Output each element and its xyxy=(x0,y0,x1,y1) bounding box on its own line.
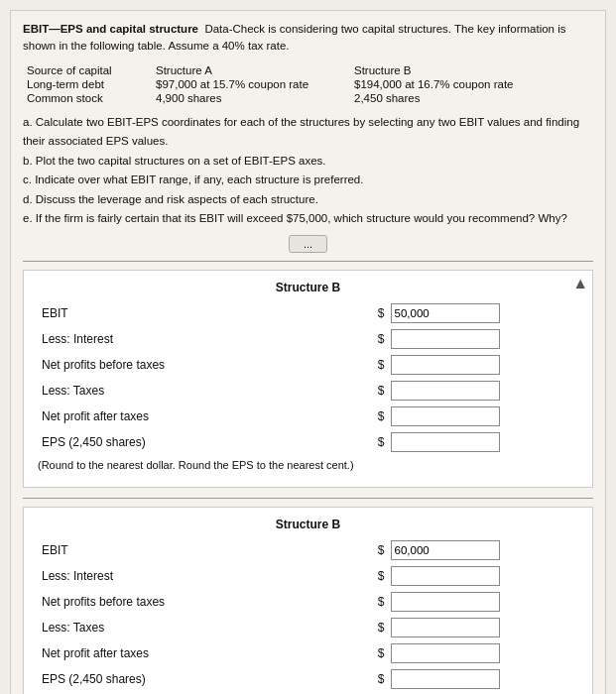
table-row: Less: Taxes $ xyxy=(38,378,578,404)
label-ebit-1: EBIT xyxy=(38,300,357,326)
header-text: EBIT—EPS and capital structure Data-Chec… xyxy=(23,21,593,56)
table-row: EPS (2,450 shares) $ xyxy=(38,666,578,692)
col1-header: Source of capital xyxy=(23,63,152,77)
row2-struct-a: 4,900 shares xyxy=(152,91,350,105)
row2-struct-b: 2,450 shares xyxy=(350,91,593,105)
section1-title: Structure B xyxy=(38,281,578,294)
net-before-1-input[interactable] xyxy=(391,355,500,375)
value-taxes-1 xyxy=(387,378,579,404)
net-before-2-input[interactable] xyxy=(391,592,500,612)
dollar-net-after-1: $ xyxy=(357,404,386,429)
label-eps-1: EPS (2,450 shares) xyxy=(38,429,357,455)
net-after-2-input[interactable] xyxy=(391,643,500,663)
eps-2-input[interactable] xyxy=(391,669,500,689)
question-b: b. Plot the two capital structures on a … xyxy=(23,152,593,172)
value-eps-1 xyxy=(387,429,579,455)
table-row: EBIT $ xyxy=(38,300,578,326)
dollar-interest-2: $ xyxy=(357,563,386,589)
col2-header: Structure A xyxy=(152,63,350,77)
info-table: Source of capital Structure A Structure … xyxy=(23,63,593,105)
table-row: Less: Interest $ xyxy=(38,563,578,589)
value-interest-1 xyxy=(387,326,579,352)
question-e: e. If the firm is fairly certain that it… xyxy=(23,209,593,229)
ebit-2-input[interactable] xyxy=(391,540,500,560)
section2-table: EBIT $ Less: Interest $ Net profits befo… xyxy=(38,537,578,692)
label-ebit-2: EBIT xyxy=(38,537,357,563)
table-row: Less: Taxes $ xyxy=(38,615,578,640)
taxes-2-input[interactable] xyxy=(391,618,500,637)
value-net-after-1 xyxy=(387,404,579,429)
table-row: Net profits before taxes $ xyxy=(38,589,578,615)
table-row: Net profit after taxes $ xyxy=(38,404,578,429)
table-row: Net profit after taxes $ xyxy=(38,640,578,666)
dollar-taxes-1: $ xyxy=(357,378,386,404)
label-net-before-2: Net profits before taxes xyxy=(38,589,357,615)
label-net-after-1: Net profit after taxes xyxy=(38,404,357,429)
row2-source: Common stock xyxy=(23,91,152,105)
taxes-1-input[interactable] xyxy=(391,381,500,401)
table-row: EPS (2,450 shares) $ xyxy=(38,429,578,455)
label-net-after-2: Net profit after taxes xyxy=(38,640,357,666)
section2-container: Structure B EBIT $ Less: Interest $ Net … xyxy=(23,507,593,694)
header-title: EBIT—EPS and capital structure xyxy=(23,23,198,35)
label-net-before-1: Net profits before taxes xyxy=(38,352,357,378)
question-c: c. Indicate over what EBIT range, if any… xyxy=(23,171,593,190)
label-eps-2: EPS (2,450 shares) xyxy=(38,666,357,692)
label-taxes-2: Less: Taxes xyxy=(38,615,357,640)
interest-1-input[interactable] xyxy=(391,329,500,349)
dollar-net-before-1: $ xyxy=(357,352,386,378)
question-d: d. Discuss the leverage and risk aspects… xyxy=(23,190,593,210)
table-row: Less: Interest $ xyxy=(38,326,578,352)
dollar-ebit-2: $ xyxy=(357,537,386,563)
divider-1 xyxy=(23,261,593,262)
row1-struct-b: $194,000 at 16.7% coupon rate xyxy=(350,77,593,91)
value-net-before-1 xyxy=(387,352,579,378)
value-net-after-2 xyxy=(387,640,579,666)
value-taxes-2 xyxy=(387,615,579,640)
net-after-1-input[interactable] xyxy=(391,406,500,426)
interest-2-input[interactable] xyxy=(391,566,500,586)
expand-button[interactable]: ... xyxy=(289,235,327,253)
questions-block: a. Calculate two EBIT-EPS coordinates fo… xyxy=(23,113,593,229)
scroll-up-icon: ▲ xyxy=(572,275,588,292)
question-a: a. Calculate two EBIT-EPS coordinates fo… xyxy=(23,113,593,152)
label-interest-2: Less: Interest xyxy=(38,563,357,589)
dollar-taxes-2: $ xyxy=(357,615,386,640)
value-interest-2 xyxy=(387,563,579,589)
table-row: EBIT $ xyxy=(38,537,578,563)
col3-header: Structure B xyxy=(350,63,593,77)
dollar-eps-2: $ xyxy=(357,666,386,692)
section2-title: Structure B xyxy=(38,518,578,531)
eps-1-input[interactable] xyxy=(391,432,500,452)
dollar-eps-1: $ xyxy=(357,429,386,455)
dollar-ebit-1: $ xyxy=(357,300,386,326)
label-interest-1: Less: Interest xyxy=(38,326,357,352)
dollar-net-before-2: $ xyxy=(357,589,386,615)
dollar-interest-1: $ xyxy=(357,326,386,352)
section1-container: ▲ Structure B EBIT $ Less: Interest $ Ne… xyxy=(23,270,593,488)
value-net-before-2 xyxy=(387,589,579,615)
row1-source: Long-term debt xyxy=(23,77,152,91)
section1-table: EBIT $ Less: Interest $ Net profits befo… xyxy=(38,300,578,455)
table-row: Net profits before taxes $ xyxy=(38,352,578,378)
round-note-1: (Round to the nearest dollar. Round the … xyxy=(38,459,578,471)
divider-2 xyxy=(23,498,593,499)
value-ebit-2 xyxy=(387,537,579,563)
value-ebit-1 xyxy=(387,300,579,326)
value-eps-2 xyxy=(387,666,579,692)
row1-struct-a: $97,000 at 15.7% coupon rate xyxy=(152,77,350,91)
expand-button-container: ... xyxy=(23,235,593,253)
ebit-1-input[interactable] xyxy=(391,303,500,323)
label-taxes-1: Less: Taxes xyxy=(38,378,357,404)
dollar-net-after-2: $ xyxy=(357,640,386,666)
